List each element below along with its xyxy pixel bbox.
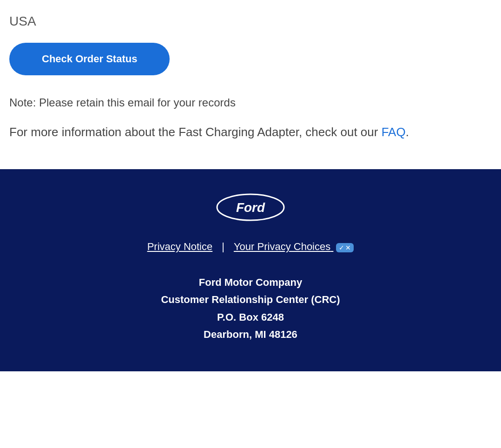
- check-mark-icon: ✓: [339, 244, 344, 251]
- privacy-choices-icon: ✓ ✕: [336, 243, 354, 252]
- footer-links: Privacy Notice | Your Privacy Choices ✓ …: [147, 241, 354, 253]
- address: Dearborn, MI 48126: [161, 326, 340, 343]
- po-box: P.O. Box 6248: [161, 309, 340, 326]
- main-content: USA Check Order Status Note: Please reta…: [0, 0, 501, 169]
- x-mark-icon: ✕: [345, 244, 351, 251]
- your-privacy-choices-link[interactable]: Your Privacy Choices ✓ ✕: [234, 241, 354, 253]
- footer: Ford Privacy Notice | Your Privacy Choic…: [0, 169, 501, 371]
- department: Customer Relationship Center (CRC): [161, 291, 340, 308]
- ford-logo: Ford: [216, 192, 285, 224]
- info-text-after: .: [406, 125, 409, 139]
- country-label: USA: [9, 14, 492, 29]
- svg-text:Ford: Ford: [236, 200, 265, 215]
- note-text: Note: Please retain this email for your …: [9, 96, 492, 109]
- footer-company: Ford Motor Company Customer Relationship…: [161, 274, 340, 343]
- footer-separator: |: [222, 241, 224, 253]
- faq-link[interactable]: FAQ: [382, 125, 406, 139]
- check-order-button[interactable]: Check Order Status: [9, 43, 170, 75]
- privacy-notice-link[interactable]: Privacy Notice: [147, 241, 213, 253]
- company-name: Ford Motor Company: [161, 274, 340, 291]
- info-text: For more information about the Fast Char…: [9, 123, 492, 141]
- info-text-before: For more information about the Fast Char…: [9, 125, 382, 139]
